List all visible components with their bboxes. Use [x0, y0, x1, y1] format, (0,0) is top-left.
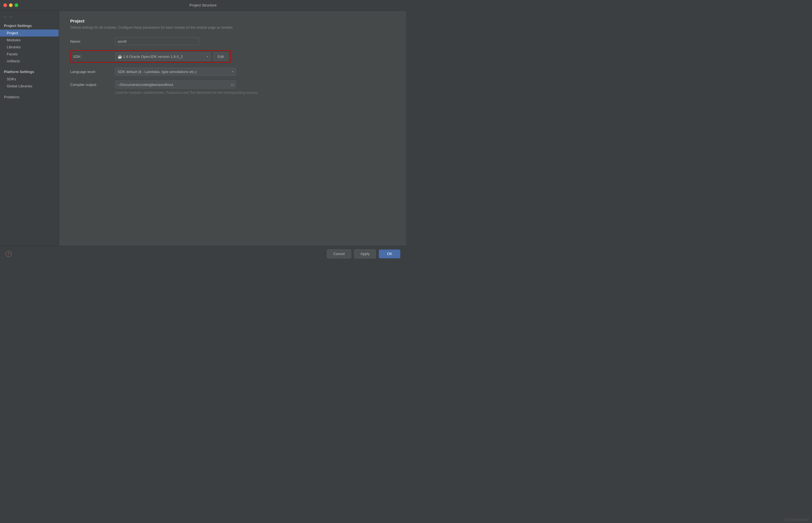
sdk-select[interactable]: ☕ 1.8 Oracle OpenJDK version 1.8.0_2 [115, 53, 210, 60]
language-level-row: Language level: SDK default (8 - Lambdas… [70, 68, 395, 75]
nav-forward-button[interactable]: → [9, 15, 13, 19]
apply-button[interactable]: Apply [354, 249, 376, 258]
sdk-edit-button[interactable]: Edit [214, 53, 228, 60]
sidebar-item-project[interactable]: Project [0, 30, 59, 37]
compiler-output-folder-button[interactable]: 🗂 [229, 82, 235, 87]
main-container: ← → Project Settings Project Modules Lib… [0, 11, 406, 246]
ok-button[interactable]: OK [379, 249, 400, 258]
compiler-input-wrapper: 🗂 [115, 80, 236, 89]
sidebar-item-problems[interactable]: Problems [0, 93, 59, 101]
bottom-right: Cancel Apply OK [327, 249, 400, 258]
bottom-bar: ? Cancel Apply OK [0, 246, 406, 262]
name-row: Name: [70, 37, 395, 45]
compiler-output-input[interactable] [115, 80, 236, 89]
maximize-button[interactable] [15, 3, 18, 7]
sidebar-item-artifacts[interactable]: Artifacts [0, 58, 59, 65]
window-title: Project Structure [189, 3, 217, 7]
name-input[interactable] [115, 37, 199, 45]
language-level-select[interactable]: SDK default (8 - Lambdas, type annotatio… [115, 68, 236, 75]
sdk-label: SDK: [73, 54, 115, 59]
compiler-output-row: Compiler output: 🗂 [70, 80, 395, 89]
sidebar-item-libraries[interactable]: Libraries [0, 43, 59, 51]
traffic-lights [3, 3, 18, 7]
bottom-left: ? [6, 251, 12, 257]
sidebar-divider-2 [0, 90, 59, 93]
content-area: Project Default settings for all modules… [59, 11, 406, 246]
sidebar-item-global-libraries[interactable]: Global Libraries [0, 83, 59, 90]
sidebar-item-facets[interactable]: Facets [0, 51, 59, 58]
compiler-output-label: Compiler output: [70, 83, 115, 87]
name-label: Name: [70, 39, 115, 43]
title-bar: Project Structure [0, 0, 406, 11]
content-title: Project [70, 19, 395, 23]
sidebar-divider [0, 65, 59, 69]
close-button[interactable] [3, 3, 7, 7]
cancel-button[interactable]: Cancel [327, 249, 351, 258]
minimize-button[interactable] [9, 3, 13, 7]
sdk-select-wrapper: ☕ 1.8 Oracle OpenJDK version 1.8.0_2 [115, 53, 210, 60]
language-level-select-wrapper: SDK default (8 - Lambdas, type annotatio… [115, 68, 236, 75]
platform-settings-section-label: Platform Settings [0, 69, 59, 75]
sidebar: ← → Project Settings Project Modules Lib… [0, 11, 59, 246]
folder-icon: 🗂 [230, 83, 234, 87]
sidebar-item-modules[interactable]: Modules [0, 37, 59, 43]
content-description: Default settings for all modules. Config… [70, 25, 395, 30]
sidebar-item-sdks[interactable]: SDKs [0, 75, 59, 83]
language-level-label: Language level: [70, 70, 115, 74]
help-button[interactable]: ? [6, 251, 12, 257]
project-settings-section-label: Project Settings [0, 22, 59, 30]
compiler-output-hint: Used for modules' subdirectories, Produc… [70, 91, 395, 95]
sdk-row: SDK: ☕ 1.8 Oracle OpenJDK version 1.8.0_… [70, 50, 231, 62]
nav-arrows: ← → [0, 14, 59, 22]
nav-back-button[interactable]: ← [3, 15, 7, 19]
